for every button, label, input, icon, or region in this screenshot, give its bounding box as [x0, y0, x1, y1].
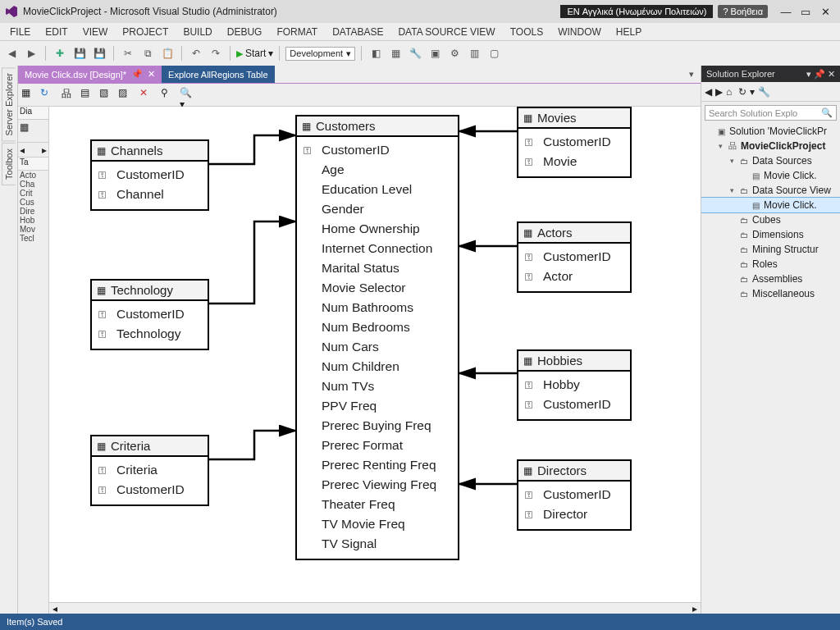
table-directors[interactable]: ▦Directors ⚿CustomerID ⚿Director: [517, 459, 632, 531]
redo-button[interactable]: ↷: [208, 45, 224, 62]
hscroll-left[interactable]: ◂: [49, 603, 61, 614]
save-button[interactable]: 💾: [71, 45, 88, 62]
table-criteria[interactable]: ▦Criteria ⚿Criteria ⚿CustomerID: [90, 435, 209, 506]
expander-icon[interactable]: ▾: [716, 142, 724, 150]
pane-close-icon[interactable]: ✕: [828, 69, 835, 79]
menu-dsv[interactable]: DATA SOURCE VIEW: [391, 25, 501, 39]
close-tab-icon[interactable]: ✕: [148, 69, 155, 80]
dsv-canvas[interactable]: ▦Channels ⚿CustomerID ⚿Channel ▦Technolo…: [49, 107, 701, 614]
menu-help[interactable]: HELP: [609, 25, 648, 39]
maximize-button[interactable]: ▭: [796, 6, 815, 18]
dsv-newtable-icon[interactable]: ▦: [21, 87, 38, 103]
mini-item[interactable]: Cha: [18, 180, 48, 189]
menu-database[interactable]: DATABASE: [326, 25, 390, 39]
diagram-mini-icon[interactable]: ▦: [18, 120, 48, 143]
mini-item[interactable]: Mov: [18, 225, 48, 234]
table-customers[interactable]: ▦Customers ⚿CustomerIDAgeEducation Level…: [295, 115, 459, 560]
pin-icon[interactable]: 📌: [131, 69, 143, 80]
dsv-btn-2[interactable]: ▤: [80, 87, 97, 103]
dsv-btn-3[interactable]: ▧: [99, 87, 116, 103]
dsv-btn-1[interactable]: 品: [62, 87, 78, 103]
mini-item[interactable]: Crit: [18, 189, 48, 198]
side-scroll-left[interactable]: ◂: [20, 144, 25, 156]
tab-explore-allregions[interactable]: Explore AllRegions Table: [162, 66, 274, 83]
paste-button[interactable]: 📋: [159, 45, 176, 62]
new-item[interactable]: ✚: [52, 45, 68, 62]
menu-format[interactable]: FORMAT: [270, 25, 324, 39]
se-fwd[interactable]: ▶: [715, 86, 723, 98]
dsv-btn-4[interactable]: ▨: [118, 87, 135, 103]
menu-window[interactable]: WINDOW: [551, 25, 608, 39]
mini-item[interactable]: Acto: [18, 171, 48, 180]
tree-node[interactable]: 🗀Mining Structur: [701, 242, 840, 257]
toolbar-extra-7[interactable]: ▢: [486, 45, 502, 62]
toolbar-extra-3[interactable]: 🔧: [407, 45, 423, 62]
menu-view[interactable]: VIEW: [76, 25, 115, 39]
help-badge[interactable]: ? Βοήθεια: [718, 5, 768, 18]
pane-pin-icon[interactable]: 📌: [814, 69, 825, 79]
dock-server-explorer[interactable]: Server Explorer: [2, 67, 16, 141]
toolbar-extra-2[interactable]: ▦: [387, 45, 404, 62]
dock-toolbox[interactable]: Toolbox: [2, 143, 16, 185]
minimize-button[interactable]: —: [776, 6, 796, 18]
menu-debug[interactable]: DEBUG: [221, 25, 269, 39]
solution-tree[interactable]: ▣Solution 'MovieClickPr▾品MovieClickProje…: [701, 124, 840, 614]
close-button[interactable]: ✕: [815, 6, 835, 18]
table-technology[interactable]: ▦Technology ⚿CustomerID ⚿Technology: [90, 279, 209, 350]
tree-node[interactable]: ▾🗀Data Source View: [701, 183, 840, 198]
tree-node[interactable]: ▣Solution 'MovieClickPr: [701, 124, 840, 139]
dsv-delete-icon[interactable]: ✕: [139, 87, 156, 103]
mini-item[interactable]: Tecl: [18, 234, 48, 243]
dsv-refresh-icon[interactable]: ↻: [40, 87, 57, 103]
toolbar-extra-5[interactable]: ⚙: [446, 45, 463, 62]
tree-node[interactable]: 🗀Miscellaneous: [701, 286, 840, 301]
table-hobbies[interactable]: ▦Hobbies ⚿Hobby ⚿CustomerID: [517, 349, 632, 421]
tree-node[interactable]: 🗀Roles: [701, 257, 840, 272]
config-dropdown[interactable]: Development ▾: [285, 47, 355, 61]
mini-item[interactable]: Cus: [18, 198, 48, 207]
mini-item[interactable]: Hob: [18, 216, 48, 225]
table-movies[interactable]: ▦Movies ⚿CustomerID ⚿Movie: [517, 107, 632, 178]
solution-search-input[interactable]: Search Solution Explo 🔍: [705, 105, 837, 121]
menu-edit[interactable]: EDIT: [39, 25, 74, 39]
start-button[interactable]: ▶Start ▾: [236, 48, 273, 59]
tree-node[interactable]: 🗀Cubes: [701, 212, 840, 227]
se-showall-icon[interactable]: ▾: [750, 86, 755, 98]
expander-icon[interactable]: ▾: [728, 186, 736, 194]
tree-node[interactable]: ▾🗀Data Sources: [701, 153, 840, 168]
tab-dsv-design[interactable]: Movie Click.dsv [Design]* 📌 ✕: [18, 66, 162, 83]
se-props-icon[interactable]: 🔧: [758, 86, 770, 98]
table-actors[interactable]: ▦Actors ⚿CustomerID ⚿Actor: [517, 221, 632, 293]
side-scroll-right[interactable]: ▸: [42, 144, 47, 156]
toolbar-extra-4[interactable]: ▣: [427, 45, 443, 62]
se-back[interactable]: ◀: [705, 86, 712, 98]
menu-tools[interactable]: TOOLS: [504, 25, 550, 39]
dsv-zoom-icon[interactable]: ⚲: [161, 87, 177, 103]
tabs-overflow[interactable]: ▾: [682, 66, 701, 83]
back-button[interactable]: ◀: [3, 45, 20, 62]
tree-node[interactable]: ▤Movie Click.: [701, 168, 840, 183]
undo-button[interactable]: ↶: [188, 45, 204, 62]
tree-node[interactable]: 🗀Dimensions: [701, 227, 840, 242]
copy-button[interactable]: ⧉: [139, 45, 156, 62]
se-home-icon[interactable]: ⌂: [726, 86, 732, 98]
hscroll-right[interactable]: ▸: [689, 603, 701, 614]
pane-dropdown[interactable]: ▾: [806, 69, 811, 79]
dsv-find-icon[interactable]: 🔍 ▾: [180, 87, 196, 103]
forward-button[interactable]: ▶: [23, 45, 39, 62]
toolbar-extra-6[interactable]: ▥: [466, 45, 482, 62]
se-sync-icon[interactable]: ↻: [738, 86, 746, 98]
menu-project[interactable]: PROJECT: [116, 25, 175, 39]
tree-node[interactable]: 🗀Assemblies: [701, 272, 840, 286]
menu-build[interactable]: BUILD: [176, 25, 218, 39]
table-channels[interactable]: ▦Channels ⚿CustomerID ⚿Channel: [90, 139, 209, 211]
tree-node[interactable]: ▤Movie Click.: [701, 198, 840, 212]
tree-node[interactable]: ▾品MovieClickProject: [701, 139, 840, 153]
expander-icon[interactable]: ▾: [728, 157, 736, 165]
toolbar-extra-1[interactable]: ◧: [368, 45, 384, 62]
cut-button[interactable]: ✂: [120, 45, 136, 62]
save-all-button[interactable]: 💾: [91, 45, 107, 62]
mini-item[interactable]: Dire: [18, 207, 48, 216]
input-language[interactable]: EN Αγγλικά (Ηνωμένων Πολιτειών): [560, 5, 713, 18]
menu-file[interactable]: FILE: [3, 25, 37, 39]
